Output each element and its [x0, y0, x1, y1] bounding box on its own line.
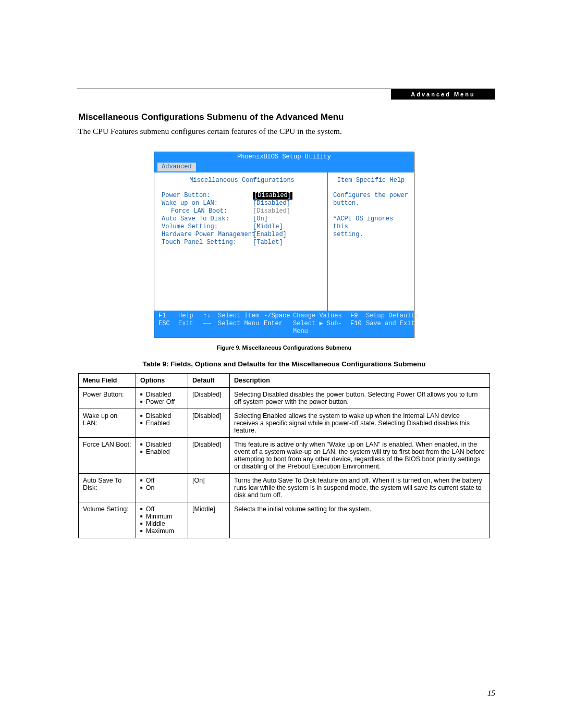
- section-heading: Miscellaneous Configurations Submenu of …: [78, 112, 490, 122]
- bios-item-value-wrap: [Enabled]: [253, 231, 322, 239]
- action-help: Help: [178, 312, 203, 320]
- bios-item-value-wrap: [On]: [253, 215, 322, 223]
- bios-help-title: Item Specific Help: [333, 177, 409, 184]
- bios-body: Miscellaneous Configurations Power Butto…: [154, 172, 414, 311]
- th-default: Default: [188, 374, 230, 388]
- bios-item-label: Force LAN Boot:: [162, 207, 253, 215]
- section-intro: The CPU Features submenu configures cert…: [78, 127, 490, 136]
- cell-description: This feature is active only when "Wake u…: [230, 438, 490, 474]
- option-item: Enabled: [140, 419, 183, 427]
- key-esc: ESC: [158, 320, 178, 336]
- th-menu-field: Menu Field: [79, 374, 136, 388]
- th-options: Options: [136, 374, 188, 388]
- bios-item[interactable]: Touch Panel Setting:[Tablet]: [162, 239, 322, 246]
- bios-help-text: Configures the powerbutton. *ACPI OS ign…: [333, 192, 409, 239]
- cell-default: [On]: [188, 474, 230, 502]
- cell-options: OffMinimumMiddleMaximum: [136, 502, 188, 538]
- bios-item-value-wrap: [Tablet]: [253, 239, 322, 246]
- cell-menu-field: Wake up on LAN:: [79, 409, 136, 438]
- bios-help-line: Configures the power: [333, 192, 409, 200]
- bios-left-title: Miscellaneous Configurations: [162, 177, 322, 184]
- bios-item[interactable]: Force LAN Boot:[Disabled]: [162, 207, 322, 215]
- cell-options: DisabledEnabled: [136, 409, 188, 438]
- table-row: Wake up on LAN:DisabledEnabled[Disabled]…: [79, 409, 490, 438]
- bios-help-line: button.: [333, 200, 409, 207]
- bios-item-value[interactable]: [Disabled]: [253, 192, 292, 200]
- bios-item-label: Auto Save To Disk:: [162, 215, 253, 223]
- bios-item-value[interactable]: [Enabled]: [253, 231, 287, 238]
- bios-help-line: setting.: [333, 231, 409, 239]
- bios-item[interactable]: Auto Save To Disk:[On]: [162, 215, 322, 223]
- table-row: Auto Save To Disk:OffOn[On]Turns the Aut…: [79, 474, 490, 502]
- option-item: Maximum: [140, 527, 183, 535]
- key-f10: F10: [350, 320, 366, 336]
- bios-item-label: Touch Panel Setting:: [162, 239, 253, 246]
- bios-item-value[interactable]: [Disabled]: [253, 207, 290, 215]
- bios-item[interactable]: Wake up on LAN:[Disabled]: [162, 200, 322, 207]
- cell-default: [Disabled]: [188, 438, 230, 474]
- bios-window: PhoenixBIOS Setup Utility Advanced Misce…: [154, 152, 414, 338]
- bios-help-line: *ACPI OS ignores this: [333, 215, 409, 231]
- action-select-menu: Select Menu: [218, 320, 264, 336]
- key-lr: ←→: [203, 320, 218, 336]
- content: Miscellaneous Configurations Submenu of …: [78, 112, 490, 538]
- bios-item[interactable]: Volume Setting:[Middle]: [162, 223, 322, 231]
- cell-default: [Middle]: [188, 502, 230, 538]
- cell-default: [Disabled]: [188, 409, 230, 438]
- bios-item-value[interactable]: [On]: [253, 215, 268, 223]
- action-change-values: Change Values: [293, 312, 350, 320]
- table-caption: Table 9: Fields, Options and Defaults fo…: [78, 360, 490, 368]
- bios-left-pane: Miscellaneous Configurations Power Butto…: [154, 172, 328, 311]
- bios-item[interactable]: Power Button:[Disabled]: [162, 192, 322, 200]
- cell-description: Selecting Disabled disables the power bu…: [230, 388, 490, 409]
- page-number: 15: [487, 689, 495, 698]
- option-item: Off: [140, 477, 183, 484]
- key-f9: F9: [350, 312, 366, 320]
- th-description: Description: [230, 374, 490, 388]
- bios-item-label: Volume Setting:: [162, 223, 253, 231]
- table-row: Power Button:DisabledPower Off[Disabled]…: [79, 388, 490, 409]
- bios-item-value-wrap: [Middle]: [253, 223, 322, 231]
- action-exit: Exit: [178, 320, 203, 336]
- bios-item-value[interactable]: [Disabled]: [253, 200, 290, 207]
- key-enter: Enter: [264, 320, 293, 336]
- bios-menubar-selected[interactable]: Advanced: [157, 163, 196, 171]
- table-row: Force LAN Boot:DisabledEnabled[Disabled]…: [79, 438, 490, 474]
- cell-options: OffOn: [136, 474, 188, 502]
- bios-help-line: [333, 207, 409, 215]
- bios-item-label: Hardware Power Management:: [162, 231, 253, 239]
- action-select-item: Select Item: [218, 312, 264, 320]
- key-updown: ↑↓: [203, 312, 218, 320]
- cell-default: [Disabled]: [188, 388, 230, 409]
- bios-help-pane: Item Specific Help Configures the powerb…: [328, 172, 414, 311]
- option-item: Power Off: [140, 398, 183, 405]
- cell-options: DisabledPower Off: [136, 388, 188, 409]
- bios-menubar: Advanced: [154, 162, 414, 172]
- option-item: Middle: [140, 520, 183, 527]
- bios-item-value[interactable]: [Middle]: [253, 223, 283, 230]
- cell-description: Selecting Enabled allows the system to w…: [230, 409, 490, 438]
- bios-item-value-wrap: [Disabled]: [253, 207, 322, 215]
- bios-figure: PhoenixBIOS Setup Utility Advanced Misce…: [154, 152, 414, 338]
- header-section-tag: Advanced Menu: [391, 89, 495, 100]
- key-space: -/Space: [264, 312, 293, 320]
- option-item: Disabled: [140, 391, 183, 398]
- bios-item-value-wrap: [Disabled]: [253, 192, 322, 200]
- cell-menu-field: Volume Setting:: [79, 502, 136, 538]
- cell-menu-field: Power Button:: [79, 388, 136, 409]
- table-row: Volume Setting:OffMinimumMiddleMaximum[M…: [79, 502, 490, 538]
- bios-item-value-wrap: [Disabled]: [253, 200, 322, 207]
- option-item: Minimum: [140, 513, 183, 520]
- bios-item[interactable]: Hardware Power Management:[Enabled]: [162, 231, 322, 239]
- bios-footer-row-1: F1 Help ↑↓ Select Item -/Space Change Va…: [158, 312, 410, 320]
- cell-description: Turns the Auto Save To Disk feature on a…: [230, 474, 490, 502]
- bios-item-value[interactable]: [Tablet]: [253, 239, 283, 246]
- cell-menu-field: Auto Save To Disk:: [79, 474, 136, 502]
- bios-item-label: Power Button:: [162, 192, 253, 200]
- cell-options: DisabledEnabled: [136, 438, 188, 474]
- bios-footer-row-2: ESC Exit ←→ Select Menu Enter Select ▶ S…: [158, 320, 410, 336]
- action-setup-defaults: Setup Defaults: [366, 312, 419, 320]
- option-item: Enabled: [140, 448, 183, 455]
- action-select-submenu: Select ▶ Sub-Menu: [293, 320, 350, 336]
- option-item: Disabled: [140, 412, 183, 419]
